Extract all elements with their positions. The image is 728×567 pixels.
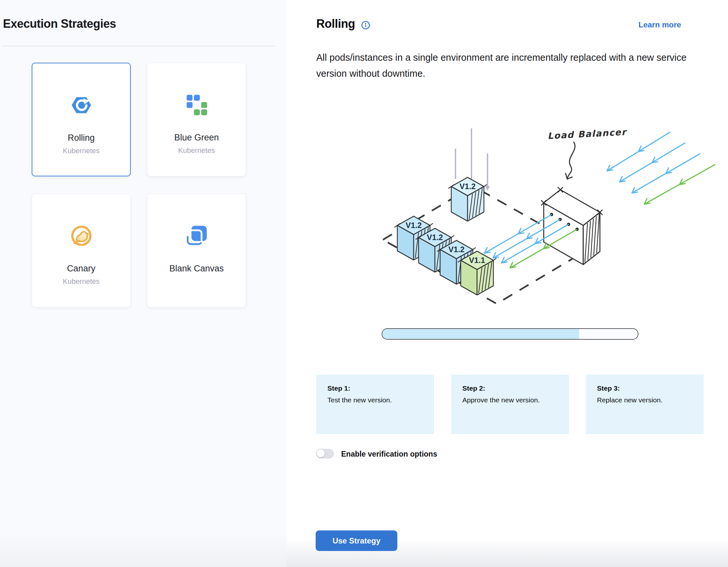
rollout-progress-bar — [382, 328, 638, 340]
step-card-2: Step 2: Approve the new version. — [451, 375, 569, 434]
strategy-card-label: Canary — [32, 264, 130, 274]
svg-text:V1.2: V1.2 — [459, 182, 475, 191]
load-balancer-box — [541, 187, 603, 265]
strategy-card-rolling[interactable]: Rolling Kubernetes — [32, 63, 131, 176]
sidebar-title: Execution Strategies — [3, 17, 116, 31]
svg-text:V1.1: V1.1 — [469, 256, 485, 265]
traffic-in-arrows — [607, 132, 715, 204]
load-balancer-label: Load Balancer — [547, 127, 627, 141]
verification-toggle[interactable] — [316, 449, 334, 459]
strategy-card-label: Blue Green — [147, 133, 246, 143]
step-description: Replace new version. — [597, 396, 694, 404]
toggle-knob[interactable] — [316, 449, 325, 458]
strategy-card-sublabel: Kubernetes — [32, 277, 130, 286]
info-icon[interactable] — [361, 21, 370, 30]
strategies-sidebar: Execution Strategies Rolling Kubernetes — [0, 0, 287, 567]
sidebar-divider — [3, 46, 275, 46]
strategy-card-label: Blank Canvas — [147, 264, 246, 274]
use-strategy-button[interactable]: Use Strategy — [316, 530, 397, 551]
strategy-card-label: Rolling — [32, 133, 130, 143]
strategy-card-blank-canvas[interactable]: Blank Canvas — [147, 194, 246, 307]
learn-more-link[interactable]: Learn more — [638, 20, 681, 29]
rolling-icon — [70, 94, 92, 116]
blank-canvas-icon — [186, 225, 208, 247]
svg-text:V1.2: V1.2 — [405, 221, 422, 230]
strategy-card-canary[interactable]: Canary Kubernetes — [32, 194, 131, 307]
step-card-3: Step 3: Replace new version. — [586, 375, 703, 434]
strategy-card-sublabel: Kubernetes — [32, 147, 130, 155]
step-title: Step 3: — [597, 384, 694, 392]
step-description: Test the new version. — [327, 396, 424, 404]
strategy-description: All pods/instances in a single environme… — [316, 50, 692, 82]
step-title: Step 1: — [327, 384, 424, 392]
load-balancer-pointer — [566, 142, 575, 179]
svg-text:V1.2: V1.2 — [427, 233, 443, 242]
strategy-title: Rolling — [316, 17, 355, 31]
step-title: Step 2: — [462, 384, 559, 392]
step-card-1: Step 1: Test the new version. — [316, 375, 434, 434]
strategy-card-sublabel: Kubernetes — [147, 146, 246, 155]
blue-green-icon — [186, 94, 208, 116]
canary-icon — [70, 225, 92, 247]
strategy-detail-panel: Rolling Learn more All pods/instances in… — [287, 0, 728, 567]
rollout-progress-fill — [382, 329, 579, 339]
rolling-strategy-illustration: V1.2 V1.2 — [310, 105, 728, 326]
svg-text:V1.2: V1.2 — [448, 245, 464, 254]
verification-toggle-label: Enable verification options — [341, 450, 437, 459]
strategy-card-blue-green[interactable]: Blue Green Kubernetes — [147, 63, 246, 176]
step-description: Approve the new version. — [462, 396, 559, 404]
